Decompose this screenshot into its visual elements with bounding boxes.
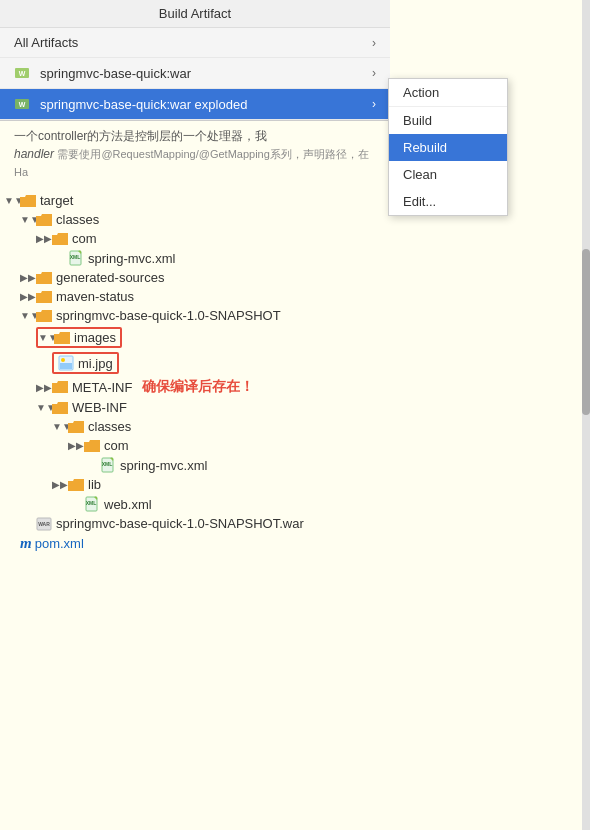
tree-item-lib[interactable]: ▶ lib [0, 475, 590, 494]
mi-jpg-icon [58, 355, 74, 371]
tree-item-classes2[interactable]: ▼ classes [0, 417, 590, 436]
com-label: com [72, 231, 97, 246]
images-arrow: ▼ [38, 332, 54, 343]
snapshot-icon [36, 309, 52, 323]
tree-item-web-inf[interactable]: ▼ WEB-INF [0, 398, 590, 417]
note-area: 一个controller的方法是控制层的一个处理器，我 handler 需要使用… [0, 121, 390, 185]
tree-item-images-row: ▼ images [0, 325, 590, 350]
tree-item-web-xml[interactable]: XML web.xml [0, 494, 590, 514]
spring-mvc1-label: spring-mvc.xml [88, 251, 175, 266]
classes2-label: classes [88, 419, 131, 434]
tree-item-pom[interactable]: m pom.xml [0, 533, 590, 554]
meta-inf-label: META-INF [72, 380, 132, 395]
maven-status-icon [36, 290, 52, 304]
dropdown-clean[interactable]: Clean [389, 161, 507, 188]
classes2-arrow: ▼ [52, 421, 68, 432]
scrollbar[interactable] [582, 0, 590, 830]
tree-item-meta-inf[interactable]: ▶ META-INF 确保编译后存在！ [0, 376, 590, 398]
svg-text:XML: XML [70, 254, 81, 260]
tree-item-spring-mvc2[interactable]: XML spring-mvc.xml [0, 455, 590, 475]
mi-jpg-label[interactable]: mi.jpg [78, 356, 113, 371]
all-artifacts-label: All Artifacts [14, 35, 78, 50]
generated-sources-label: generated-sources [56, 270, 164, 285]
com2-label: com [104, 438, 129, 453]
com2-icon [84, 439, 100, 453]
snapshot-arrow: ▼ [20, 310, 36, 321]
generated-sources-icon [36, 271, 52, 285]
svg-text:XML: XML [102, 461, 113, 467]
target-folder-icon [20, 194, 36, 208]
mi-jpg-highlight-box: mi.jpg [52, 352, 119, 374]
images-icon [54, 331, 70, 345]
tree-item-maven-status[interactable]: ▶ maven-status [0, 287, 590, 306]
main-container: Build Artifact All Artifacts › W springm… [0, 0, 590, 830]
web-inf-arrow: ▼ [36, 402, 52, 413]
web-inf-icon [52, 401, 68, 415]
war-file-label: springmvc-base-quick-1.0-SNAPSHOT.war [56, 516, 304, 531]
tree-item-generated-sources[interactable]: ▶ generated-sources [0, 268, 590, 287]
tree-item-com[interactable]: ▶ com [0, 229, 590, 248]
meta-inf-icon [52, 380, 68, 394]
images-highlight-box: ▼ images [36, 327, 122, 348]
target-label: target [40, 193, 73, 208]
file-tree: ▼ target ▼ classes ▶ com [0, 185, 590, 560]
svg-text:W: W [19, 101, 26, 108]
all-artifacts-item[interactable]: All Artifacts › [0, 28, 390, 58]
com-folder-icon [52, 232, 68, 246]
svg-point-8 [61, 358, 65, 362]
spring-mvc1-icon: XML [68, 250, 84, 266]
classes-arrow: ▼ [20, 214, 36, 225]
dropdown-edit[interactable]: Edit... [389, 188, 507, 215]
snapshot-label: springmvc-base-quick-1.0-SNAPSHOT [56, 308, 281, 323]
panel-title: Build Artifact [0, 0, 390, 28]
tree-item-spring-mvc1[interactable]: XML spring-mvc.xml [0, 248, 590, 268]
artifact1-icon: W [14, 65, 30, 81]
artifact1-item[interactable]: W springmvc-base-quick:war › [0, 58, 390, 89]
tree-item-com2[interactable]: ▶ com [0, 436, 590, 455]
web-xml-icon: XML [84, 496, 100, 512]
scrollbar-thumb [582, 249, 590, 415]
artifact1-left: W springmvc-base-quick:war [14, 65, 191, 81]
note-line2-italic: handler [14, 147, 54, 161]
artifact2-item[interactable]: W springmvc-base-quick:war exploded › [0, 89, 390, 120]
note-line1-text: 一个controller的方法是控制层的一个处理器，我 [14, 129, 267, 143]
artifact2-left: W springmvc-base-quick:war exploded [14, 96, 247, 112]
maven-status-arrow: ▶ [20, 291, 36, 302]
dropdown-build[interactable]: Build [389, 107, 507, 134]
lib-icon [68, 478, 84, 492]
spring-mvc2-icon: XML [100, 457, 116, 473]
classes-label: classes [56, 212, 99, 227]
images-label[interactable]: images [74, 330, 116, 345]
artifact1-label: springmvc-base-quick:war [40, 66, 191, 81]
dropdown-rebuild[interactable]: Rebuild [389, 134, 507, 161]
target-arrow: ▼ [4, 195, 20, 206]
web-inf-label: WEB-INF [72, 400, 127, 415]
classes2-icon [68, 420, 84, 434]
tree-item-mi-jpg-row: mi.jpg [0, 350, 590, 376]
com-arrow: ▶ [36, 233, 52, 244]
lib-label: lib [88, 477, 101, 492]
svg-rect-7 [60, 363, 72, 369]
artifact2-arrow: › [372, 97, 376, 111]
generated-sources-arrow: ▶ [20, 272, 36, 283]
build-artifact-panel: Build Artifact All Artifacts › W springm… [0, 0, 390, 121]
note-line2-rest: 需要使用@RequestMapping/@GetMapping系列，声明路径，在… [14, 148, 369, 178]
war-file-icon: WAR [36, 517, 52, 531]
artifact2-label: springmvc-base-quick:war exploded [40, 97, 247, 112]
artifact1-arrow: › [372, 66, 376, 80]
tree-item-snapshot[interactable]: ▼ springmvc-base-quick-1.0-SNAPSHOT [0, 306, 590, 325]
svg-text:W: W [19, 70, 26, 77]
web-xml-label: web.xml [104, 497, 152, 512]
dropdown-header: Action [389, 79, 507, 107]
ensure-compiled-note: 确保编译后存在！ [142, 378, 254, 396]
note-line1: 一个controller的方法是控制层的一个处理器，我 [14, 127, 376, 145]
classes-folder-icon [36, 213, 52, 227]
meta-inf-arrow: ▶ [36, 382, 52, 393]
all-artifacts-left: All Artifacts [14, 35, 78, 50]
tree-item-war-file[interactable]: WAR springmvc-base-quick-1.0-SNAPSHOT.wa… [0, 514, 590, 533]
all-artifacts-arrow: › [372, 36, 376, 50]
spring-mvc2-label: spring-mvc.xml [120, 458, 207, 473]
artifact2-icon: W [14, 96, 30, 112]
pom-m-icon: m [20, 535, 32, 552]
action-dropdown: Action Build Rebuild Clean Edit... [388, 78, 508, 216]
